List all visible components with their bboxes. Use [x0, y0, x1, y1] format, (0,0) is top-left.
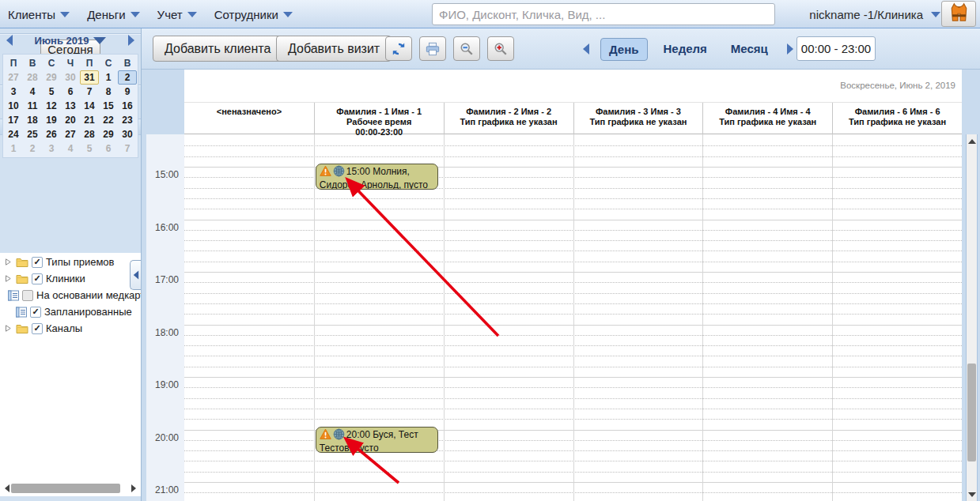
calendar-day[interactable]: 11 — [23, 99, 42, 113]
scroll-up-icon[interactable] — [967, 135, 977, 147]
calendar-day[interactable]: 5 — [80, 141, 99, 156]
calendar-day[interactable]: 21 — [80, 113, 99, 127]
filter-item[interactable]: ✓Запланированные — [0, 304, 141, 319]
sidebar-collapse-tab[interactable] — [130, 260, 141, 290]
avatar-button[interactable] — [941, 1, 976, 27]
calendar-day[interactable]: 15 — [99, 99, 118, 113]
checkbox[interactable]: ✓ — [30, 307, 41, 318]
calendar-month-title[interactable]: Июнь 2019 — [35, 35, 89, 47]
calendar-day[interactable]: 2 — [118, 70, 137, 85]
checkbox[interactable]: ✓ — [32, 323, 43, 334]
calendar-day[interactable]: 28 — [23, 70, 42, 85]
calendar-day[interactable]: 28 — [80, 127, 99, 141]
zoom-out-button[interactable] — [453, 36, 480, 61]
calendar-month-dropdown-icon[interactable] — [93, 37, 106, 44]
calendar-day[interactable]: 24 — [4, 127, 23, 141]
menu-Деньги[interactable]: Деньги — [87, 8, 139, 21]
column-header[interactable]: Фамилия - 6 Имя - 6 Тип графика не указа… — [832, 103, 962, 134]
column-header[interactable]: Фамилия - 3 Имя - 3 Тип графика не указа… — [573, 103, 703, 134]
search-input[interactable] — [432, 3, 775, 25]
calendar-day[interactable]: 5 — [42, 85, 61, 99]
calendar-day[interactable]: 30 — [61, 70, 80, 85]
calendar-day[interactable]: 6 — [99, 141, 118, 156]
next-day-icon[interactable] — [787, 43, 793, 55]
appointment-event[interactable]: 15:00 Молния, Сидоров Арнольд, пусто — [316, 164, 438, 190]
calendar-day[interactable]: 29 — [99, 127, 118, 141]
calendar-day[interactable]: 9 — [118, 85, 137, 99]
column-header[interactable]: Фамилия - 1 Имя - 1 Рабочее время 00:00-… — [314, 103, 444, 134]
calendar-day[interactable]: 1 — [4, 141, 23, 156]
calendar-next-month-icon[interactable] — [128, 35, 134, 46]
sidebar-horizontal-scrollbar[interactable] — [0, 480, 141, 496]
time-range-input[interactable] — [796, 36, 876, 61]
globe-icon[interactable] — [333, 165, 345, 179]
appointment-event[interactable]: 20:00 Буся, Тест Тестов, пусто — [316, 427, 438, 453]
calendar-vertical-scrollbar[interactable] — [966, 134, 978, 501]
menu-Сотрудники[interactable]: Сотрудники — [214, 8, 293, 21]
checkbox[interactable] — [22, 290, 33, 301]
column-header[interactable]: Фамилия - 4 Имя - 4 Тип графика не указа… — [702, 103, 832, 134]
calendar-day[interactable]: 26 — [42, 127, 61, 141]
filter-item-label[interactable]: На основании медкарт — [36, 289, 141, 301]
calendar-day[interactable]: 12 — [42, 99, 61, 113]
column-header[interactable]: <неназначено> — [184, 103, 314, 134]
checkbox[interactable]: ✓ — [32, 257, 43, 268]
filter-item-label[interactable]: Каналы — [46, 322, 82, 334]
add-visit-button[interactable]: Добавить визит — [276, 36, 392, 62]
calendar-day[interactable]: 7 — [118, 141, 137, 156]
filter-item[interactable]: На основании медкарт — [0, 288, 141, 303]
calendar-day[interactable]: 27 — [61, 127, 80, 141]
filter-item-label[interactable]: Запланированные — [44, 306, 132, 318]
calendar-day[interactable]: 23 — [118, 113, 137, 127]
calendar-day[interactable]: 29 — [42, 70, 61, 85]
tab-view-Месяц[interactable]: Месяц — [723, 38, 776, 61]
prev-day-icon[interactable] — [583, 43, 589, 55]
calendar-day[interactable]: 2 — [23, 141, 42, 156]
zoom-in-button[interactable] — [487, 36, 514, 61]
calendar-day[interactable]: 8 — [99, 85, 118, 99]
calendar-prev-month-icon[interactable] — [6, 35, 13, 46]
warning-icon[interactable] — [320, 165, 331, 179]
print-button[interactable] — [419, 36, 446, 61]
calendar-day[interactable]: 3 — [4, 85, 23, 99]
calendar-day[interactable]: 19 — [42, 113, 61, 127]
calendar-day[interactable]: 27 — [4, 70, 23, 85]
calendar-day[interactable]: 18 — [23, 113, 42, 127]
column-header[interactable]: Фамилия - 2 Имя - 2 Тип графика не указа… — [444, 103, 573, 134]
scrollbar-thumb[interactable] — [11, 484, 120, 493]
filter-item[interactable]: ✓Типы приемов — [0, 254, 141, 269]
expander-icon[interactable] — [5, 275, 13, 282]
calendar-day[interactable]: 22 — [99, 113, 118, 127]
filter-item-label[interactable]: Клиники — [46, 273, 85, 284]
filter-item[interactable]: ✓Каналы — [0, 321, 141, 336]
calendar-day[interactable]: 4 — [23, 85, 42, 99]
calendar-day[interactable]: 25 — [23, 127, 42, 141]
calendar-day[interactable]: 30 — [118, 127, 137, 141]
calendar-day[interactable]: 31 — [80, 70, 99, 85]
warning-icon[interactable] — [320, 428, 331, 443]
user-clinic-label[interactable]: nickname -1/Клиника — [809, 0, 923, 28]
calendar-day[interactable]: 7 — [80, 85, 99, 99]
calendar-day[interactable]: 6 — [61, 85, 80, 99]
calendar-day[interactable]: 3 — [42, 141, 61, 156]
menu-Клиенты[interactable]: Клиенты — [8, 8, 70, 21]
calendar-day[interactable]: 13 — [61, 99, 80, 113]
scroll-right-icon[interactable] — [128, 483, 139, 494]
tab-view-День[interactable]: День — [600, 38, 648, 61]
expander-icon[interactable] — [5, 258, 13, 266]
checkbox[interactable]: ✓ — [32, 273, 43, 284]
scroll-down-icon[interactable] — [967, 488, 977, 500]
calendar-day[interactable]: 20 — [61, 113, 80, 127]
calendar-day[interactable]: 10 — [4, 99, 23, 113]
refresh-button[interactable] — [385, 36, 412, 61]
user-chevron-down-icon[interactable] — [931, 12, 940, 17]
tab-view-Неделя[interactable]: Неделя — [656, 38, 715, 61]
globe-icon[interactable] — [333, 428, 345, 443]
calendar-day[interactable]: 4 — [61, 141, 80, 156]
calendar-day[interactable]: 17 — [4, 113, 23, 127]
calendar-day[interactable]: 16 — [118, 99, 137, 113]
calendar-day[interactable]: 14 — [80, 99, 99, 113]
filter-item[interactable]: ✓Клиники — [0, 271, 141, 286]
filter-item-label[interactable]: Типы приемов — [46, 256, 114, 268]
calendar-day[interactable]: 1 — [99, 70, 118, 85]
